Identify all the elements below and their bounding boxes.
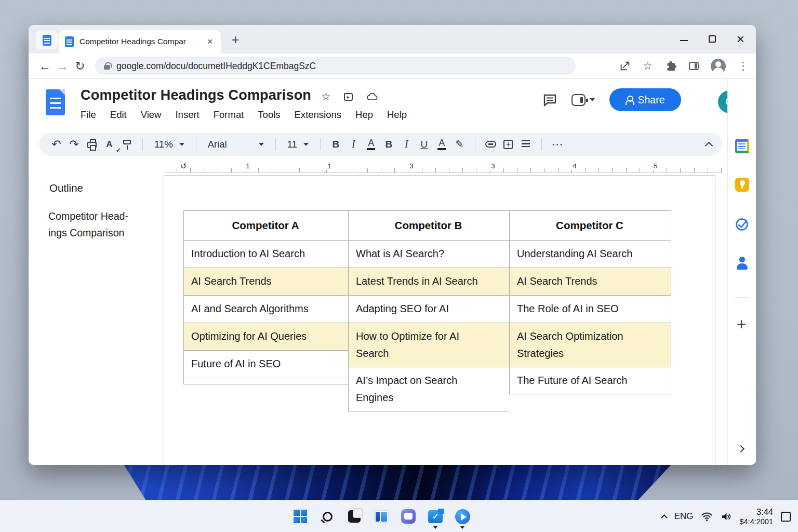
keep-icon[interactable] xyxy=(735,178,749,192)
collapse-panel-icon[interactable] xyxy=(737,445,744,453)
search-icon xyxy=(323,512,332,522)
side-panel-icon[interactable] xyxy=(689,62,699,70)
maximize-button[interactable] xyxy=(709,35,716,43)
insert-link-icon[interactable] xyxy=(485,141,496,148)
more-options-icon[interactable] xyxy=(550,137,564,152)
table-cell[interactable]: Understanding AI Search xyxy=(509,240,671,268)
browser-window: Competitor Headings Compar google.com/do… xyxy=(29,25,756,465)
url-text[interactable]: google.com/docu/documetIHeddgK1CEmbagSzC xyxy=(116,61,316,72)
forward-icon[interactable] xyxy=(54,59,71,73)
task-view-button[interactable] xyxy=(346,503,363,530)
table-cell[interactable]: The Future of AI Search xyxy=(509,367,671,394)
paint-format-icon[interactable] xyxy=(123,140,131,144)
tab-strip: Competitor Headings Compar xyxy=(29,25,756,54)
mail-button[interactable] xyxy=(427,503,444,530)
line-spacing-icon[interactable] xyxy=(522,140,530,148)
print-icon[interactable] xyxy=(87,142,97,148)
media-player-button[interactable] xyxy=(454,503,471,530)
table-cell[interactable]: AI and Search Algorithms xyxy=(183,295,348,323)
table-cell[interactable]: Latest Trends in AI Search xyxy=(348,268,509,295)
insert-image-icon[interactable] xyxy=(503,140,513,149)
bookmark-star-icon[interactable] xyxy=(643,60,653,72)
table-cell[interactable]: Future of AI in SEO xyxy=(183,350,348,378)
table-cell[interactable]: AI Search Trends xyxy=(183,268,348,295)
clock[interactable]: 3:44 $4:4:2001 xyxy=(739,507,773,527)
menu-file[interactable]: File xyxy=(81,109,96,121)
chat-button[interactable] xyxy=(400,503,417,530)
minimize-button[interactable] xyxy=(680,40,688,41)
extensions-icon[interactable] xyxy=(664,60,677,72)
undo-icon[interactable] xyxy=(49,137,63,152)
volume-icon[interactable] xyxy=(721,512,732,522)
move-folder-icon[interactable] xyxy=(344,93,353,101)
ruler[interactable]: 113345 xyxy=(164,162,722,173)
search-button[interactable] xyxy=(319,503,336,530)
table-cell[interactable]: How to Optimize for AI Search xyxy=(348,323,509,367)
start-button[interactable] xyxy=(292,503,309,530)
font-size-select[interactable]: 11 xyxy=(284,139,312,150)
close-button[interactable] xyxy=(737,34,744,44)
new-tab-button[interactable] xyxy=(229,34,242,46)
table-cell[interactable]: The Role of AI in SEO xyxy=(509,295,671,323)
table-header-cell[interactable]: Competitor C xyxy=(509,210,671,240)
reload-icon[interactable] xyxy=(71,59,89,73)
file-explorer-button[interactable] xyxy=(373,503,390,530)
contacts-icon[interactable] xyxy=(736,257,748,270)
tray-expand-icon[interactable] xyxy=(661,514,668,521)
underline-icon[interactable]: U xyxy=(417,137,431,152)
divider xyxy=(735,297,749,298)
spell-check-icon[interactable] xyxy=(102,137,116,152)
calendar-icon[interactable] xyxy=(735,139,749,153)
star-document-icon[interactable] xyxy=(321,90,331,103)
share-button[interactable]: Share xyxy=(609,88,681,111)
table-cell[interactable]: AI’s Impact on Search Engines xyxy=(348,367,509,411)
menu-format[interactable]: Format xyxy=(214,109,244,121)
menu-hep[interactable]: Hep xyxy=(355,109,373,121)
outline-item[interactable]: Competitor Head- ings Comparison xyxy=(48,208,128,241)
menu-extensions[interactable]: Extensions xyxy=(295,109,342,121)
document-title[interactable]: Competitor Headings Comparison xyxy=(81,87,311,103)
menu-edit[interactable]: Edit xyxy=(110,109,127,121)
table-cell[interactable]: Adapting SEO for AI xyxy=(348,295,509,323)
table-cell[interactable]: What is AI Search? xyxy=(348,240,509,268)
wifi-icon[interactable] xyxy=(701,512,713,522)
table-header-cell[interactable]: Competitor A xyxy=(183,210,348,240)
redo-icon[interactable] xyxy=(67,137,81,152)
language-indicator[interactable]: ENG xyxy=(674,511,694,522)
table-header-cell[interactable]: Competitor B xyxy=(348,210,509,240)
bold-icon[interactable]: B xyxy=(382,137,396,152)
bold-icon[interactable]: B xyxy=(329,137,343,152)
table-cell[interactable]: Optimizing for AI Queries xyxy=(183,323,348,350)
table-cell[interactable] xyxy=(183,378,348,384)
meet-call-control[interactable] xyxy=(571,94,595,106)
cloud-status-icon[interactable] xyxy=(366,92,378,101)
tasks-icon[interactable] xyxy=(735,217,749,234)
menu-insert[interactable]: Insert xyxy=(175,109,199,121)
table-cell[interactable]: AI Search Optimization Strategies xyxy=(509,323,671,367)
pinned-tab[interactable] xyxy=(36,31,58,49)
text-color-icon[interactable]: A xyxy=(367,138,375,150)
menu-tools[interactable]: Tools xyxy=(258,109,280,121)
docs-app-icon[interactable] xyxy=(46,89,65,115)
address-bar[interactable]: google.com/docu/documetIHeddgK1CEmbagSzC xyxy=(95,57,576,75)
collapse-toolbar-icon[interactable] xyxy=(705,141,713,150)
share-page-icon[interactable] xyxy=(619,60,631,72)
italic-icon[interactable]: I xyxy=(400,137,414,152)
zoom-select[interactable]: 11% xyxy=(151,139,188,150)
menu-view[interactable]: View xyxy=(141,109,162,121)
browser-profile-avatar[interactable] xyxy=(711,59,726,74)
comments-icon[interactable] xyxy=(543,94,557,107)
back-icon[interactable] xyxy=(36,59,54,73)
active-tab[interactable]: Competitor Headings Compar xyxy=(59,30,221,54)
italic-icon[interactable]: I xyxy=(347,137,361,152)
font-select[interactable]: Arial xyxy=(205,139,267,150)
add-addon-icon[interactable] xyxy=(737,315,746,334)
table-cell[interactable]: Introduction to AI Search xyxy=(183,240,348,268)
tab-close-icon[interactable] xyxy=(205,37,215,46)
browser-menu-icon[interactable] xyxy=(738,60,749,72)
table-cell[interactable]: AI Search Trends xyxy=(509,268,671,295)
text-color-icon[interactable]: A xyxy=(437,138,446,150)
menu-help[interactable]: Help xyxy=(387,109,407,121)
notification-center-icon[interactable] xyxy=(781,512,791,522)
highlight-icon[interactable] xyxy=(453,137,467,152)
